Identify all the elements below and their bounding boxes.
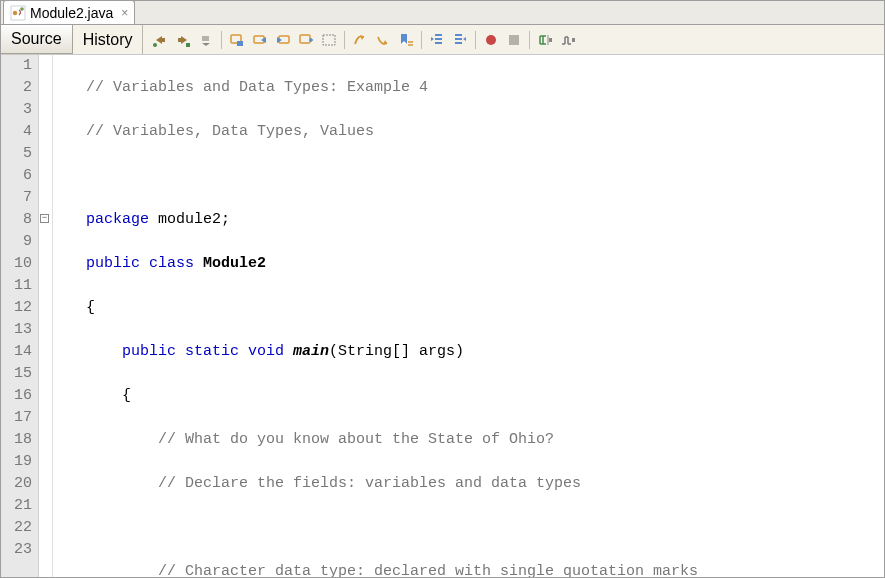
line-number: 21 bbox=[9, 495, 32, 517]
line-number: 10 bbox=[9, 253, 32, 275]
line-number: 1 bbox=[9, 55, 32, 77]
code-text: { bbox=[122, 387, 131, 404]
code-editor[interactable]: 1 2 3 4 5 6 7 8 9 10 11 12 13 14 15 16 1… bbox=[1, 55, 884, 577]
svg-rect-10 bbox=[300, 35, 310, 43]
line-number: 12 bbox=[9, 297, 32, 319]
code-text: (String[] args) bbox=[329, 343, 464, 360]
find-next-icon[interactable] bbox=[272, 29, 294, 51]
svg-point-2 bbox=[20, 7, 24, 11]
toolbar-separator bbox=[475, 31, 476, 49]
file-tab[interactable]: Module2.java × bbox=[3, 0, 135, 24]
find-prev-icon[interactable] bbox=[249, 29, 271, 51]
next-bookmark-icon[interactable] bbox=[372, 29, 394, 51]
dropdown-icon[interactable] bbox=[195, 29, 217, 51]
line-number: 22 bbox=[9, 517, 32, 539]
line-number: 13 bbox=[9, 319, 32, 341]
file-tab-bar: Module2.java × bbox=[1, 1, 884, 25]
code-text: main bbox=[293, 343, 329, 360]
nav-back-icon[interactable] bbox=[149, 29, 171, 51]
fold-column: − bbox=[39, 55, 53, 577]
tab-source[interactable]: Source bbox=[1, 25, 73, 54]
code-text: { bbox=[86, 299, 95, 316]
fold-toggle-icon[interactable]: − bbox=[40, 214, 49, 223]
code-text: public static bbox=[122, 343, 248, 360]
uncomment-icon[interactable] bbox=[557, 29, 579, 51]
line-number: 19 bbox=[9, 451, 32, 473]
code-text: // Declare the fields: variables and dat… bbox=[158, 475, 581, 492]
code-text: module2; bbox=[149, 211, 230, 228]
line-number: 4 bbox=[9, 121, 32, 143]
svg-rect-4 bbox=[186, 43, 190, 47]
code-text: // Variables, Data Types, Values bbox=[86, 123, 374, 140]
svg-point-1 bbox=[13, 10, 17, 14]
line-number: 11 bbox=[9, 275, 32, 297]
svg-rect-5 bbox=[202, 36, 209, 41]
prev-bookmark-icon[interactable] bbox=[349, 29, 371, 51]
tab-history[interactable]: History bbox=[73, 25, 144, 54]
line-number: 8 bbox=[9, 209, 32, 231]
toolbar-separator bbox=[421, 31, 422, 49]
close-icon[interactable]: × bbox=[117, 6, 128, 20]
code-text: void bbox=[248, 343, 293, 360]
svg-point-3 bbox=[153, 43, 157, 47]
toolbar-separator bbox=[344, 31, 345, 49]
shift-left-icon[interactable] bbox=[426, 29, 448, 51]
code-content[interactable]: // Variables and Data Types: Example 4 /… bbox=[53, 55, 884, 577]
start-macro-icon[interactable] bbox=[480, 29, 502, 51]
svg-point-13 bbox=[486, 35, 496, 45]
svg-rect-15 bbox=[549, 38, 552, 42]
line-number: 23 bbox=[9, 539, 32, 561]
line-number: 6 bbox=[9, 165, 32, 187]
shift-right-icon[interactable] bbox=[449, 29, 471, 51]
code-text: Module2 bbox=[203, 255, 266, 272]
code-text: // Character data type: declared with si… bbox=[158, 563, 698, 577]
svg-rect-11 bbox=[323, 35, 335, 45]
line-number: 2 bbox=[9, 77, 32, 99]
find-selection-icon[interactable] bbox=[226, 29, 248, 51]
line-number: 20 bbox=[9, 473, 32, 495]
file-tab-label: Module2.java bbox=[30, 5, 113, 21]
line-number-gutter: 1 2 3 4 5 6 7 8 9 10 11 12 13 14 15 16 1… bbox=[1, 55, 39, 577]
toolbar-separator bbox=[529, 31, 530, 49]
code-text: // Variables and Data Types: Example 4 bbox=[86, 79, 428, 96]
view-toolbar-row: Source History bbox=[1, 25, 884, 55]
toggle-rect-selection-icon[interactable] bbox=[318, 29, 340, 51]
line-number: 3 bbox=[9, 99, 32, 121]
line-number: 9 bbox=[9, 231, 32, 253]
editor-toolbar bbox=[143, 25, 579, 54]
line-number: 14 bbox=[9, 341, 32, 363]
code-text: public class bbox=[86, 255, 203, 272]
toggle-bookmark-icon[interactable] bbox=[395, 29, 417, 51]
line-number: 18 bbox=[9, 429, 32, 451]
svg-rect-16 bbox=[572, 38, 575, 42]
java-file-icon bbox=[10, 5, 26, 21]
svg-rect-7 bbox=[237, 41, 243, 46]
line-number: 7 bbox=[9, 187, 32, 209]
line-number: 17 bbox=[9, 407, 32, 429]
comment-icon[interactable] bbox=[534, 29, 556, 51]
nav-forward-icon[interactable] bbox=[172, 29, 194, 51]
code-text: package bbox=[86, 211, 149, 228]
stop-macro-icon[interactable] bbox=[503, 29, 525, 51]
line-number: 16 bbox=[9, 385, 32, 407]
line-number: 15 bbox=[9, 363, 32, 385]
code-text: // What do you know about the State of O… bbox=[158, 431, 554, 448]
svg-rect-14 bbox=[509, 35, 519, 45]
toolbar-separator bbox=[221, 31, 222, 49]
toggle-highlight-icon[interactable] bbox=[295, 29, 317, 51]
line-number: 5 bbox=[9, 143, 32, 165]
